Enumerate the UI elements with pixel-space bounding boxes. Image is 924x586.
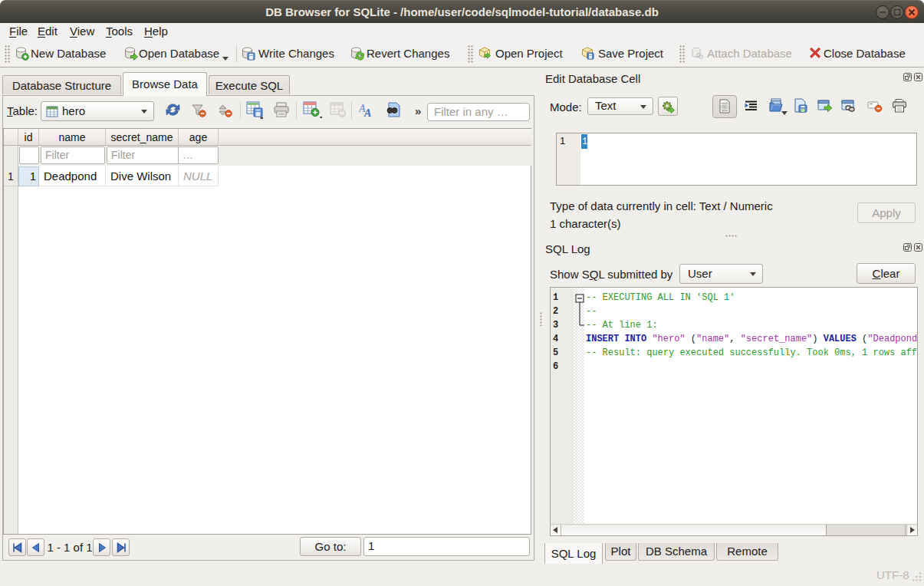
svg-text:A: A — [363, 107, 371, 119]
